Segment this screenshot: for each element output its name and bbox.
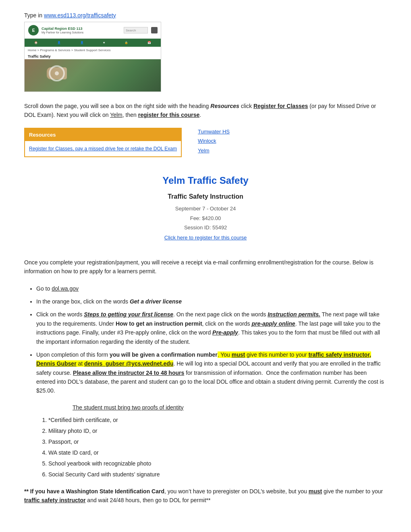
preview-header: E Capital Region ESD 113 My Partner for … bbox=[25, 22, 161, 39]
yelm-link[interactable]: Yelm bbox=[110, 112, 122, 118]
intro-paragraph: Scroll down the page, you will see a box… bbox=[24, 102, 387, 120]
steering-wheel-image bbox=[49, 65, 65, 81]
bullet-item-3: Click on the words Steps to getting your… bbox=[36, 310, 387, 346]
footer-paragraph: ** If you have a Washington State Identi… bbox=[24, 487, 387, 505]
svg-text:E: E bbox=[32, 28, 35, 33]
numbered-item-6: Social Security Card with students’ sign… bbox=[48, 470, 387, 479]
numbered-list: *Certified birth certificate, or Militar… bbox=[48, 416, 387, 479]
yelm-section: Yelm Traffic Safety Traffic Safety Instr… bbox=[24, 169, 387, 246]
nav-home: 🏠 bbox=[33, 40, 39, 45]
esd-logo-icon: E bbox=[28, 25, 39, 36]
esd-link[interactable]: www.esd113.org/trafficsafety bbox=[44, 12, 116, 19]
preview-image bbox=[25, 59, 161, 91]
yelm-dates: September 7 - October 24 bbox=[28, 205, 383, 213]
nav-laws: 🔒 bbox=[123, 40, 130, 45]
student-bring: The student must bring two proofs of ide… bbox=[73, 403, 387, 412]
instruction-permits-link[interactable]: Instruction permits. bbox=[268, 311, 320, 318]
pre-apply-online-link[interactable]: pre-apply online bbox=[252, 320, 295, 327]
steps-link[interactable]: Steps to getting your first license bbox=[84, 311, 173, 318]
bullet-item-1: Go to dol.wa.gov bbox=[36, 284, 387, 293]
resources-box-header: Resources bbox=[25, 129, 181, 141]
bullet-item-2: In the orange box, click on the words Ge… bbox=[36, 297, 387, 306]
logo-name: Capital Region ESD 113 bbox=[42, 27, 83, 31]
nav-community: 👤 bbox=[56, 40, 62, 45]
yelm-register-link[interactable]: Click here to register for this course bbox=[164, 235, 247, 241]
preview-section-title: Traffic Safety bbox=[25, 54, 161, 59]
preview-search: Search bbox=[124, 27, 148, 33]
yelm-subtitle: Traffic Safety Instruction bbox=[28, 192, 383, 202]
numbered-item-5: School yearbook with recognizable photo bbox=[48, 459, 387, 468]
nav-safety: ★ bbox=[101, 40, 107, 45]
yelm-fee: Fee: $420.00 bbox=[28, 214, 383, 222]
numbered-item-2: Military photo ID, or bbox=[48, 427, 387, 435]
yelm-title: Yelm Traffic Safety bbox=[28, 173, 383, 188]
resources-box: Resources Register for Classes, pay a mi… bbox=[24, 128, 182, 158]
numbered-item-4: WA state ID card, or bbox=[48, 449, 387, 457]
pre-apply-link[interactable]: Pre-apply bbox=[212, 329, 238, 336]
website-preview: E Capital Region ESD 113 My Partner for … bbox=[24, 22, 161, 92]
preview-menu-icon bbox=[151, 27, 158, 33]
nav-calendar: 📅 bbox=[146, 40, 153, 45]
receipt-paragraph: Once you complete your registration/paym… bbox=[24, 258, 387, 276]
preview-nav: 🏠 👤 👤 ★ 🔒 📅 bbox=[25, 39, 161, 47]
resources-section: Resources Register for Classes, pay a mi… bbox=[24, 128, 387, 158]
yelm-school-link[interactable]: Yelm bbox=[198, 147, 230, 155]
winlock-link[interactable]: Winlock bbox=[198, 137, 230, 145]
preview-breadcrumb: Home > Programs & Services > Student Sup… bbox=[25, 47, 161, 54]
bullet-list: Go to dol.wa.gov In the orange box, clic… bbox=[36, 284, 387, 395]
preview-logo: E Capital Region ESD 113 My Partner for … bbox=[28, 25, 120, 36]
main-content: Scroll down the page, you will see a box… bbox=[24, 102, 387, 505]
resources-box-body: Register for Classes, pay a missed drive… bbox=[25, 141, 181, 156]
yelm-register-link-container: Click here to register for this course bbox=[28, 233, 383, 242]
dol-link[interactable]: dol.wa.gov bbox=[52, 285, 79, 292]
tumwater-link[interactable]: Tumwater HS bbox=[198, 128, 230, 136]
yelm-session-id: Session ID: 55492 bbox=[28, 224, 383, 232]
numbered-item-3: Passport, or bbox=[48, 438, 387, 446]
nav-classes: 👤 bbox=[79, 40, 85, 45]
register-for-classes-link[interactable]: Register for Classes bbox=[253, 103, 308, 109]
register-classes-link[interactable]: Register for Classes, pay a missed drive… bbox=[29, 146, 177, 152]
type-in-instruction: Type in www.esd113.org/trafficsafety bbox=[24, 12, 387, 19]
traffic-safety-instructor-link[interactable]: traffic safety instructor bbox=[24, 497, 85, 503]
numbered-item-1: *Certified birth certificate, or bbox=[48, 416, 387, 424]
logo-sub: My Partner for Learning Solutions bbox=[42, 31, 83, 34]
school-links: Tumwater HS Winlock Yelm bbox=[198, 128, 230, 155]
bullet-item-4: Upon completion of this form you will be… bbox=[36, 350, 387, 395]
